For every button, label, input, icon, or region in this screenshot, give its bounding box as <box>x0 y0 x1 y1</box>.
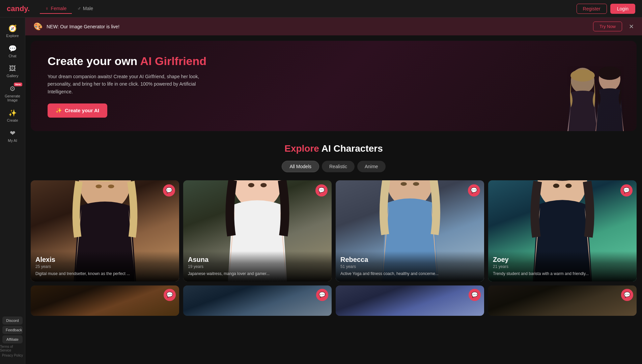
card-bg-8 <box>488 285 637 316</box>
sidebar-bottom: Discord Feedback Affiliate Terms of Serv… <box>0 316 25 361</box>
rebecca-desc: Active Yoga and fitness coach, healthy a… <box>340 271 479 277</box>
main-content: 🎨 NEW: Our Image Generator is live! Try … <box>25 18 642 364</box>
privacy-link[interactable]: Privacy Policy <box>2 354 23 357</box>
cards-grid: 💬 Alexis 25 years Digital muse and trend… <box>31 180 637 316</box>
banner-text: NEW: Our Image Generator is live! <box>47 24 589 29</box>
rebecca-chat-button[interactable]: 💬 <box>468 184 480 196</box>
explore-icon: 🧭 <box>8 24 17 32</box>
char5-chat-button[interactable]: 💬 <box>164 289 176 301</box>
svg-point-6 <box>96 184 102 188</box>
chat-bubble-icon-4: 💬 <box>623 187 630 193</box>
hero-title: Create your own AI Girlfriend <box>48 54 620 68</box>
sidebar: 🧭 Explore 💬 Chat 🖼 Gallery New ⚙ Generat… <box>0 18 25 364</box>
explore-section: Explore AI Characters All Models Realist… <box>25 136 642 323</box>
svg-point-19 <box>565 184 571 188</box>
zoey-desc: Trendy student and barista with a warm a… <box>493 271 632 277</box>
asuna-desc: Japanese waitress, manga lover and gamer… <box>188 271 327 277</box>
chat-bubble-icon-7: 💬 <box>471 292 478 298</box>
sidebar-item-generate-image[interactable]: New ⚙ Generate Image <box>2 81 24 105</box>
rebecca-card-overlay: Rebecca 51 years Active Yoga and fitness… <box>336 251 484 281</box>
explore-title: Explore AI Characters <box>31 140 637 154</box>
hero-content: Create your own AI Girlfriend Your dream… <box>48 54 620 118</box>
zoey-name: Zoey <box>493 256 632 264</box>
character-card-asuna[interactable]: 💬 Asuna 19 years Japanese waitress, mang… <box>183 180 332 281</box>
gallery-icon: 🖼 <box>9 65 16 72</box>
tab-female[interactable]: ♀ Female <box>40 4 72 14</box>
char6-chat-button[interactable]: 💬 <box>316 289 328 301</box>
logo[interactable]: candy. <box>7 4 30 13</box>
filter-tabs: All Models Realistic Anime <box>31 161 637 172</box>
rebecca-name: Rebecca <box>340 256 479 264</box>
alexis-card-overlay: Alexis 25 years Digital muse and trendse… <box>31 251 179 281</box>
create-ai-label: Create your AI <box>65 108 99 113</box>
chat-bubble-icon-6: 💬 <box>319 292 326 298</box>
asuna-name: Asuna <box>188 256 327 264</box>
character-card-7[interactable]: 💬 <box>336 285 484 316</box>
tab-male[interactable]: ♂ Male <box>72 4 99 14</box>
chat-bubble-icon-5: 💬 <box>166 292 173 298</box>
asuna-age: 19 years <box>188 264 327 269</box>
try-now-button[interactable]: Try Now <box>593 22 622 31</box>
card-bg-6 <box>183 285 332 316</box>
svg-point-7 <box>108 184 114 188</box>
character-card-8[interactable]: 💬 <box>488 285 637 316</box>
login-button[interactable]: Login <box>610 4 635 14</box>
zoey-card-overlay: Zoey 21 years Trendy student and barista… <box>488 251 637 281</box>
rebecca-age: 51 years <box>340 264 479 269</box>
svg-point-14 <box>401 182 407 186</box>
zoey-chat-button[interactable]: 💬 <box>620 184 633 196</box>
new-badge: New <box>14 83 22 86</box>
svg-point-18 <box>553 184 559 188</box>
create-icon: ✨ <box>8 109 17 117</box>
my-ai-icon: ❤ <box>10 129 16 137</box>
asuna-chat-button[interactable]: 💬 <box>315 184 328 196</box>
character-card-6[interactable]: 💬 <box>183 285 332 316</box>
topnav: candy. ♀ Female ♂ Male Register Login <box>0 0 642 18</box>
card-bg-7 <box>336 285 484 316</box>
sidebar-item-gallery[interactable]: 🖼 Gallery <box>2 61 24 81</box>
character-card-zoey[interactable]: 💬 Zoey 21 years Trendy student and baris… <box>488 180 637 281</box>
filter-all-models[interactable]: All Models <box>282 161 319 172</box>
announcement-banner: 🎨 NEW: Our Image Generator is live! Try … <box>25 18 642 35</box>
char8-chat-button[interactable]: 💬 <box>621 289 633 301</box>
chat-bubble-icon-2: 💬 <box>318 187 325 193</box>
character-card-5[interactable]: 💬 <box>31 285 179 316</box>
tos-link[interactable]: Terms of Service <box>0 345 25 352</box>
logo-text: candy. <box>7 4 30 13</box>
discord-button[interactable]: Discord <box>2 316 23 325</box>
female-icon: ♀ <box>45 6 49 11</box>
banner-icon: 🎨 <box>33 22 43 31</box>
sidebar-item-explore[interactable]: 🧭 Explore <box>2 21 24 41</box>
alexis-name: Alexis <box>35 256 174 264</box>
sidebar-item-create[interactable]: ✨ Create <box>2 105 24 126</box>
create-ai-button[interactable]: ✨ Create your AI <box>48 103 107 118</box>
feedback-button[interactable]: Feedback <box>2 326 23 334</box>
filter-realistic[interactable]: Realistic <box>322 161 355 172</box>
svg-point-11 <box>260 183 267 187</box>
create-ai-icon: ✨ <box>56 108 62 114</box>
gender-tabs: ♀ Female ♂ Male <box>40 4 99 14</box>
sidebar-item-chat[interactable]: 💬 Chat <box>2 41 24 61</box>
alexis-age: 25 years <box>35 264 174 269</box>
banner-close-button[interactable]: ✕ <box>629 23 634 30</box>
hero-description: Your dream companion awaits! Create your… <box>48 73 210 95</box>
affiliate-button[interactable]: Affiliate <box>2 335 23 343</box>
zoey-age: 21 years <box>493 264 632 269</box>
topnav-actions: Register Login <box>577 4 635 14</box>
alexis-chat-button[interactable]: 💬 <box>163 184 175 196</box>
character-card-rebecca[interactable]: 💬 Rebecca 51 years Active Yoga and fitne… <box>336 180 484 281</box>
chat-bubble-icon-8: 💬 <box>624 292 631 298</box>
svg-point-15 <box>413 182 419 186</box>
card-bg-5 <box>31 285 179 316</box>
sidebar-item-my-ai[interactable]: ❤ My AI <box>2 126 24 146</box>
char7-chat-button[interactable]: 💬 <box>469 289 481 301</box>
hero-section: Create your own AI Girlfriend Your dream… <box>31 41 637 131</box>
register-button[interactable]: Register <box>577 4 607 14</box>
svg-point-10 <box>248 183 254 187</box>
character-card-alexis[interactable]: 💬 Alexis 25 years Digital muse and trend… <box>31 180 179 281</box>
chat-bubble-icon-3: 💬 <box>471 187 477 193</box>
male-icon: ♂ <box>77 6 81 11</box>
filter-anime[interactable]: Anime <box>357 161 386 172</box>
chat-icon: 💬 <box>8 44 17 53</box>
chat-bubble-icon: 💬 <box>166 187 172 193</box>
